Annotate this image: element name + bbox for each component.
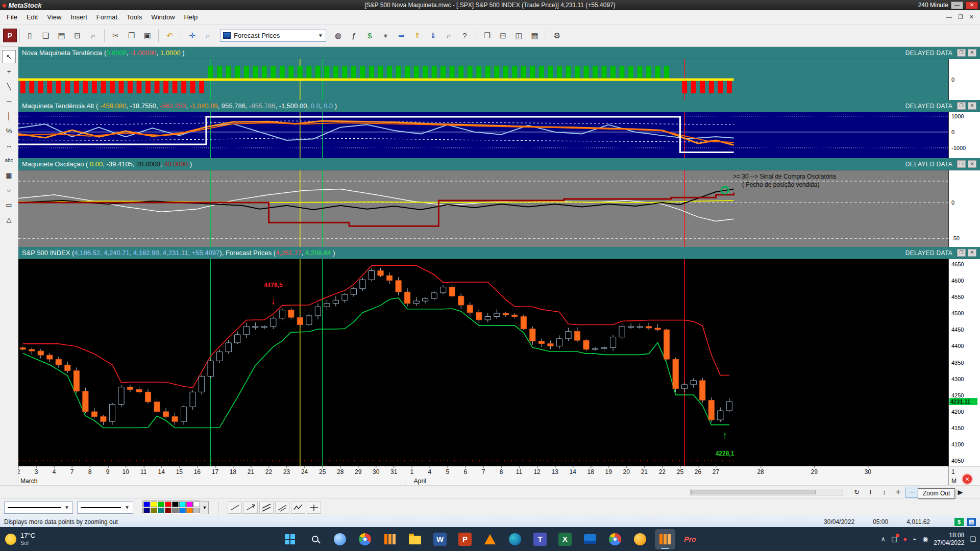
panel-restore-button[interactable]: ❐ [957,249,966,257]
edge-icon[interactable] [505,529,525,549]
google-app-icon[interactable] [605,529,625,549]
print-preview-button[interactable]: ⌕ [86,28,101,43]
forecast-prices-dropdown[interactable]: Forecast Prices ▼ [220,30,326,42]
tray-alert-icon[interactable]: ● [903,535,907,543]
parallel-lines-button[interactable] [259,502,274,514]
start-button[interactable] [280,529,300,549]
channel-button[interactable] [275,502,289,514]
forecaster-button[interactable]: ⇒ [394,28,409,43]
copilot-icon[interactable] [330,529,350,549]
menu-view[interactable]: View [42,11,66,23]
palette-dropdown-button[interactable]: ▼ [201,501,209,514]
scrollbar-thumb[interactable] [691,490,816,494]
scroll-right-button[interactable]: ▶ [954,487,967,498]
paste-button[interactable]: ▣ [140,28,155,43]
web-button[interactable]: ◍ [331,28,346,43]
file-explorer-icon[interactable] [405,529,425,549]
close-button[interactable]: ✕ [966,2,978,9]
taskbar-clock[interactable]: 18:08 27/04/2022 [934,532,964,547]
color-swatch-9[interactable] [151,508,157,513]
color-swatch-2[interactable] [158,502,164,507]
color-swatch-11[interactable] [165,508,172,513]
notification-center-icon[interactable]: ❏ [970,535,976,543]
menu-help[interactable]: Help [180,11,203,23]
color-swatch-3[interactable] [165,502,172,507]
crosshair-mode-button[interactable]: I [864,487,877,498]
undo-button[interactable]: ↶ [162,28,177,43]
arrow-line-button[interactable] [243,502,258,514]
cut-button[interactable]: ✂ [108,28,123,43]
word-icon[interactable]: W [430,529,450,549]
color-swatch-12[interactable] [172,508,179,513]
pointer-tool[interactable]: ↖ [2,50,16,63]
color-swatch-4[interactable] [172,502,179,507]
minimize-button[interactable]: — [951,2,963,9]
color-swatch-14[interactable] [186,508,193,513]
chart-status-icon[interactable]: ▤ [967,518,976,526]
tile-horizontal-button[interactable]: ⊟ [496,28,510,43]
panel-restore-button[interactable]: ❐ [957,102,966,110]
options-button[interactable]: ⚙ [550,28,565,43]
child-close-button[interactable]: ✕ [969,14,974,20]
refresh-button[interactable]: ↻ [850,487,863,498]
percent-retracement-tool[interactable]: % [2,124,16,137]
pan-button[interactable]: ✛ [892,487,904,498]
rectangle-tool[interactable]: ▭ [2,198,16,211]
expert-advisor-button[interactable]: $ [362,28,377,43]
indicator-builder-button[interactable]: ƒ [347,28,361,43]
panel-close-button[interactable]: ✕ [968,160,976,168]
text-tool[interactable]: abc [2,154,16,167]
metastock-downloader-icon[interactable] [380,529,400,549]
excel-icon[interactable]: X [555,529,575,549]
alert-icon[interactable]: ✕ [962,473,973,485]
new-chart-button[interactable]: ▯ [22,28,37,43]
panel-restore-button[interactable]: ❐ [957,160,966,168]
data-vendor-icon[interactable]: $ [954,518,964,526]
cycle-lines-tool[interactable]: ↔ [2,139,16,152]
color-swatch-6[interactable] [186,502,193,507]
metastock-icon[interactable] [655,529,675,549]
monitor-app-icon[interactable] [580,529,600,549]
metastock-pro-icon[interactable]: Pro [680,529,700,549]
tray-app-icon[interactable]: ▤ [891,535,897,543]
panel-close-button[interactable]: ✕ [968,249,976,257]
download-prices-button[interactable]: ⇓ [426,28,440,43]
panel-close-button[interactable]: ✕ [968,49,976,57]
powerpoint-icon[interactable]: P [455,529,475,549]
color-swatch-15[interactable] [193,508,200,513]
menu-format[interactable]: Format [92,11,122,23]
open-button[interactable]: ❏ [38,28,53,43]
oscilacao-chart[interactable]: >= 30 --> Sinal de Compra Oscilatória( F… [18,170,948,247]
trendline-button[interactable] [228,502,242,514]
color-swatch-13[interactable] [179,508,186,513]
menu-tools[interactable]: Tools [122,11,146,23]
crosshair-tool[interactable]: + [2,65,16,78]
teams-icon[interactable]: T [530,529,550,549]
print-button[interactable]: ⊡ [70,28,85,43]
child-minimize-button[interactable]: — [946,14,952,20]
trend-signal-chart[interactable] [18,59,948,100]
chrome-icon[interactable] [355,529,375,549]
vertical-scale-button[interactable]: ↕ [878,487,891,498]
menu-edit[interactable]: Edit [22,11,42,23]
ellipse-tool[interactable]: ○ [2,183,16,196]
panel-close-button[interactable]: ✕ [968,102,976,110]
move-tool-button[interactable]: ✛ [185,28,200,43]
network-icon[interactable]: ⌁ [913,535,917,543]
context-help-button[interactable]: ? [457,28,472,43]
color-swatch-1[interactable] [151,502,157,507]
horizontal-line-tool[interactable]: ─ [2,94,16,108]
price-candlestick-chart[interactable]: ↓4476,5↑4228,1 [18,259,948,466]
explorer-button[interactable]: ⌖ [378,28,393,43]
tile-vertical-button[interactable]: ◫ [511,28,526,43]
line-style-dropdown[interactable]: ▼ [4,502,73,514]
zoom-tool-button[interactable]: ⌕ [201,28,215,43]
find-symbol-button[interactable]: ⌕ [442,28,456,43]
tendencia-alt-chart[interactable] [18,112,948,158]
weather-widget[interactable]: 17°C Sol [5,532,35,546]
downloader-button[interactable]: ⇑ [410,28,425,43]
vlc-icon[interactable] [480,529,500,549]
zoom-out-button[interactable]: − [905,487,918,498]
menu-window[interactable]: Window [146,11,179,23]
color-swatch-0[interactable] [143,502,150,507]
